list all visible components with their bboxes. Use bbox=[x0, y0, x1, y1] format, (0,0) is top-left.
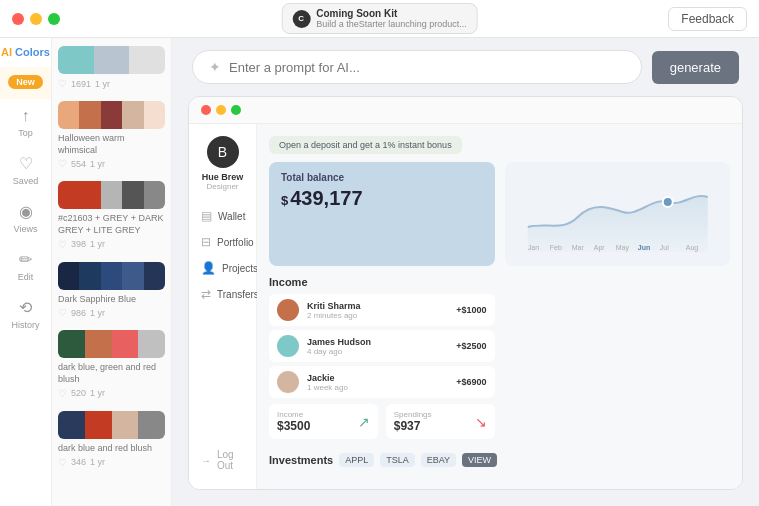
swatch bbox=[79, 262, 100, 290]
investments-bar: Investments APPL TSLA EBAY VIEW bbox=[269, 449, 730, 467]
investments-title: Investments bbox=[269, 454, 333, 466]
heart-icon: ♡ bbox=[58, 239, 67, 250]
palette-meta-1: ♡16911 yr bbox=[58, 78, 165, 89]
heart-icon: ♡ bbox=[58, 307, 67, 318]
palette-time: 1 yr bbox=[95, 79, 110, 89]
swatch bbox=[144, 262, 165, 290]
palette-time: 1 yr bbox=[90, 159, 105, 169]
chart-svg: Jan Feb Mar Apr May Jun Jul Aug bbox=[515, 172, 721, 252]
balance-label: Total balance bbox=[281, 172, 483, 183]
prompt-input-wrap[interactable]: ✦ bbox=[192, 50, 642, 84]
svg-text:Jun: Jun bbox=[637, 244, 649, 251]
dash-user-name: Hue Brew bbox=[197, 172, 248, 182]
dash-nav-projects[interactable]: 👤 Projects bbox=[197, 255, 248, 281]
heart-nav-icon: ♡ bbox=[19, 154, 33, 173]
sidebar-item-views[interactable]: ◉ Views bbox=[0, 194, 51, 242]
coming-soon-badge-wrap: C Coming Soon Kit Build a theStarter lau… bbox=[281, 3, 478, 34]
swatch bbox=[58, 411, 85, 439]
ai-colors-logo: AI Colors bbox=[1, 46, 50, 59]
stat-income-label: Income bbox=[277, 410, 310, 419]
traffic-light-green[interactable] bbox=[48, 13, 60, 25]
income-info-1: James Hudson 4 day ago bbox=[307, 337, 448, 356]
stat-spendings-value: $937 bbox=[394, 419, 432, 433]
svg-text:May: May bbox=[615, 244, 629, 252]
traffic-lights bbox=[12, 13, 60, 25]
swatch bbox=[129, 46, 165, 74]
dash-grid: Total balance $439,177 bbox=[269, 162, 730, 467]
income-avatar-2 bbox=[277, 371, 299, 393]
sidebar-item-new[interactable]: New bbox=[0, 67, 51, 99]
income-avatar-1 bbox=[277, 335, 299, 357]
palette-item-1[interactable]: ♡16911 yr bbox=[58, 46, 165, 89]
heart-icon: ♡ bbox=[58, 78, 67, 89]
sidebar-item-edit[interactable]: ✏ Edit bbox=[0, 242, 51, 290]
traffic-light-red[interactable] bbox=[12, 13, 24, 25]
palette-likes: 346 bbox=[71, 457, 86, 467]
feedback-button[interactable]: Feedback bbox=[668, 7, 747, 31]
spendings-trend-icon: ↘ bbox=[475, 414, 487, 430]
palette-name-3: #c21603 + GREY + DARK GREY + LITE GREY bbox=[58, 213, 165, 236]
dash-nav-portfolio[interactable]: ⊟ Portfolio bbox=[197, 229, 248, 255]
sidebar-item-saved[interactable]: ♡ Saved bbox=[0, 146, 51, 194]
coming-soon-badge[interactable]: C Coming Soon Kit Build a theStarter lau… bbox=[281, 3, 478, 34]
stat-income-value: $3500 bbox=[277, 419, 310, 433]
portfolio-icon: ⊟ bbox=[201, 235, 211, 249]
swatch bbox=[58, 46, 94, 74]
dash-logout[interactable]: → Log Out bbox=[197, 443, 248, 477]
palette-likes: 986 bbox=[71, 308, 86, 318]
prompt-bar: ✦ generate bbox=[172, 38, 759, 96]
invest-tag-tsla[interactable]: TSLA bbox=[380, 453, 415, 467]
palette-swatches-3 bbox=[58, 181, 165, 209]
invest-tag-view[interactable]: VIEW bbox=[462, 453, 497, 467]
coming-soon-title: Coming Soon Kit bbox=[316, 8, 467, 19]
palette-item-6[interactable]: dark blue and red blush♡3461 yr bbox=[58, 411, 165, 468]
swatch bbox=[122, 101, 143, 129]
palette-likes: 398 bbox=[71, 239, 86, 249]
coming-soon-text: Coming Soon Kit Build a theStarter launc… bbox=[316, 8, 467, 29]
edit-icon: ✏ bbox=[19, 250, 32, 269]
income-row-1: James Hudson 4 day ago +$2500 bbox=[269, 330, 495, 362]
stat-spendings-label: Spendings bbox=[394, 410, 432, 419]
balance-card: Total balance $439,177 bbox=[269, 162, 495, 266]
invest-tag-ebay[interactable]: EBAY bbox=[421, 453, 456, 467]
income-trend-icon: ↗ bbox=[358, 414, 370, 430]
sidebar-item-top[interactable]: ↑ Top bbox=[0, 99, 51, 146]
dash-nav-wallet[interactable]: ▤ Wallet bbox=[197, 203, 248, 229]
generate-button[interactable]: generate bbox=[652, 51, 739, 84]
svg-text:Apr: Apr bbox=[593, 244, 605, 252]
palette-item-4[interactable]: Dark Sapphire Blue♡9861 yr bbox=[58, 262, 165, 319]
traffic-light-yellow[interactable] bbox=[30, 13, 42, 25]
prompt-sparkle-icon: ✦ bbox=[209, 59, 221, 75]
dash-nav: B Hue Brew Designer ▤ Wallet ⊟ Portfolio… bbox=[189, 124, 257, 489]
projects-icon: 👤 bbox=[201, 261, 216, 275]
palette-time: 1 yr bbox=[90, 308, 105, 318]
dash-nav-transfers[interactable]: ⇄ Transfers bbox=[197, 281, 248, 307]
heart-icon: ♡ bbox=[58, 457, 67, 468]
preview-body: B Hue Brew Designer ▤ Wallet ⊟ Portfolio… bbox=[189, 124, 742, 489]
income-row-0: Kriti Sharma 2 minutes ago +$1000 bbox=[269, 294, 495, 326]
palette-item-2[interactable]: Halloween warm whimsical♡5541 yr bbox=[58, 101, 165, 169]
palette-meta-6: ♡3461 yr bbox=[58, 457, 165, 468]
palette-time: 1 yr bbox=[90, 239, 105, 249]
palette-item-3[interactable]: #c21603 + GREY + DARK GREY + LITE GREY♡3… bbox=[58, 181, 165, 249]
balance-currency: $ bbox=[281, 193, 288, 208]
palette-meta-2: ♡5541 yr bbox=[58, 158, 165, 169]
palette-item-5[interactable]: dark blue, green and red blush♡5201 yr bbox=[58, 330, 165, 398]
coming-soon-subtitle: Build a theStarter launching product... bbox=[316, 19, 467, 29]
swatch bbox=[85, 330, 112, 358]
dash-avatar: B bbox=[207, 136, 239, 168]
stat-income-card: Income $3500 ↗ bbox=[269, 404, 378, 439]
income-title: Income bbox=[269, 276, 495, 288]
invest-tag-appl[interactable]: APPL bbox=[339, 453, 374, 467]
palette-meta-5: ♡5201 yr bbox=[58, 388, 165, 399]
income-info-0: Kriti Sharma 2 minutes ago bbox=[307, 301, 448, 320]
dot-green bbox=[231, 105, 241, 115]
dot-red bbox=[201, 105, 211, 115]
income-avatar-0 bbox=[277, 299, 299, 321]
dash-main: Open a deposit and get a 1% instant bonu… bbox=[257, 124, 742, 489]
views-icon: ◉ bbox=[19, 202, 33, 221]
palette-name-6: dark blue and red blush bbox=[58, 443, 165, 455]
sidebar-item-history[interactable]: ⟲ History bbox=[0, 290, 51, 338]
prompt-input[interactable] bbox=[229, 60, 625, 75]
palette-swatches-2 bbox=[58, 101, 165, 129]
